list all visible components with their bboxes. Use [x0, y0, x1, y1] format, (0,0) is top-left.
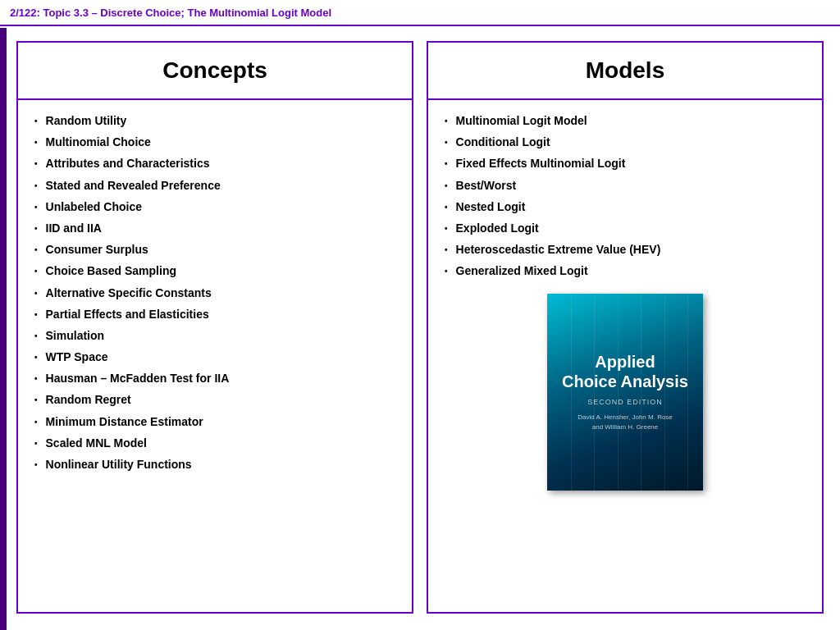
list-item: •Unlabeled Choice: [34, 199, 395, 214]
bullet-icon: •: [34, 395, 38, 405]
list-item-text: Random Regret: [46, 392, 131, 407]
list-item-text: Best/Worst: [456, 178, 517, 193]
list-item-text: Conditional Logit: [456, 135, 550, 149]
list-item-text: Fixed Effects Multinomial Logit: [456, 156, 626, 171]
list-item-text: Attributes and Characteristics: [46, 156, 210, 171]
list-item: •Fixed Effects Multinomial Logit: [445, 156, 806, 171]
list-item: •IID and IIA: [34, 221, 395, 235]
list-item: •Exploded Logit: [445, 221, 806, 235]
bullet-icon: •: [445, 180, 448, 191]
book-authors: David A. Hensher, John M. Rose and Willi…: [578, 413, 673, 432]
list-item-text: Unlabeled Choice: [46, 199, 142, 214]
list-item: •Partial Effects and Elasticities: [34, 307, 395, 322]
bullet-icon: •: [34, 309, 38, 320]
book-title-line1: Applied: [562, 352, 688, 372]
list-item: •Generalized Mixed Logit: [445, 263, 806, 278]
bullet-icon: •: [34, 223, 38, 234]
bullet-icon: •: [34, 266, 38, 276]
concepts-header: Concepts: [18, 43, 412, 100]
bullet-icon: •: [34, 137, 38, 148]
models-panel: Models •Multinomial Logit Model•Conditio…: [427, 41, 824, 614]
list-item: •Stated and Revealed Preference: [34, 178, 395, 193]
list-item-text: IID and IIA: [46, 221, 102, 235]
list-item: •Multinomial Choice: [34, 135, 395, 149]
list-item: •WTP Space: [34, 349, 395, 364]
list-item-text: Multinomial Logit Model: [456, 113, 587, 128]
bullet-icon: •: [445, 116, 448, 126]
list-item-text: Nested Logit: [456, 199, 526, 214]
list-item: •Hausman – McFadden Test for IIA: [34, 371, 395, 386]
list-item: •Simulation: [34, 328, 395, 343]
list-item-text: Stated and Revealed Preference: [46, 178, 221, 193]
concepts-panel: Concepts •Random Utility•Multinomial Cho…: [16, 41, 413, 614]
list-item-text: Simulation: [46, 328, 105, 343]
concepts-title: Concepts: [26, 57, 404, 84]
list-item: •Multinomial Logit Model: [445, 113, 806, 128]
bullet-icon: •: [34, 244, 38, 255]
book-cover: Applied Choice Analysis SECOND EDITION D…: [547, 294, 703, 491]
bullet-icon: •: [34, 438, 38, 449]
bullet-icon: •: [445, 266, 448, 276]
models-header: Models: [428, 43, 822, 100]
page-title: 2/122: Topic 3.3 – Discrete Choice; The …: [10, 7, 331, 19]
bullet-icon: •: [34, 158, 38, 169]
models-title: Models: [436, 57, 814, 84]
models-body: •Multinomial Logit Model•Conditional Log…: [428, 100, 822, 612]
list-item-text: Choice Based Sampling: [46, 263, 176, 278]
list-item-text: Hausman – McFadden Test for IIA: [46, 371, 230, 386]
list-item: •Heteroscedastic Extreme Value (HEV): [445, 242, 806, 257]
models-list: •Multinomial Logit Model•Conditional Log…: [445, 113, 806, 285]
list-item: •Conditional Logit: [445, 135, 806, 149]
list-item-text: Multinomial Choice: [46, 135, 151, 149]
list-item-text: Nonlinear Utility Functions: [46, 457, 192, 472]
list-item: •Choice Based Sampling: [34, 263, 395, 278]
list-item-text: Random Utility: [46, 113, 127, 128]
list-item-text: Generalized Mixed Logit: [456, 263, 588, 278]
list-item: •Consumer Surplus: [34, 242, 395, 257]
list-item-text: Consumer Surplus: [46, 242, 148, 257]
list-item-text: Minimum Distance Estimator: [46, 414, 203, 429]
bullet-icon: •: [34, 180, 38, 191]
list-item: •Minimum Distance Estimator: [34, 414, 395, 429]
bullet-icon: •: [34, 331, 38, 341]
bullet-icon: •: [445, 137, 448, 148]
bullet-icon: •: [34, 459, 38, 470]
bullet-icon: •: [445, 223, 448, 234]
bullet-icon: •: [445, 244, 448, 255]
concepts-body: •Random Utility•Multinomial Choice•Attri…: [18, 100, 412, 612]
bullet-icon: •: [34, 417, 38, 427]
list-item: •Nonlinear Utility Functions: [34, 457, 395, 472]
list-item: •Alternative Specific Constants: [34, 285, 395, 300]
list-item: •Best/Worst: [445, 178, 806, 193]
list-item-text: Exploded Logit: [456, 221, 539, 235]
list-item: •Scaled MNL Model: [34, 436, 395, 450]
bullet-icon: •: [34, 288, 38, 299]
list-item: •Random Regret: [34, 392, 395, 407]
list-item-text: Partial Effects and Elasticities: [46, 307, 209, 322]
list-item: •Attributes and Characteristics: [34, 156, 395, 171]
bullet-icon: •: [34, 202, 38, 212]
list-item-text: Heteroscedastic Extreme Value (HEV): [456, 242, 661, 257]
bullet-icon: •: [445, 158, 448, 169]
bullet-icon: •: [445, 202, 448, 212]
book-image-container: Applied Choice Analysis SECOND EDITION D…: [445, 294, 806, 600]
list-item-text: WTP Space: [46, 349, 108, 364]
list-item: •Nested Logit: [445, 199, 806, 214]
bullet-icon: •: [34, 116, 38, 126]
bullet-icon: •: [34, 352, 38, 363]
bullet-icon: •: [34, 373, 38, 384]
book-edition: SECOND EDITION: [587, 398, 663, 406]
concepts-list: •Random Utility•Multinomial Choice•Attri…: [34, 113, 395, 472]
list-item: •Random Utility: [34, 113, 395, 128]
list-item-text: Scaled MNL Model: [46, 436, 147, 450]
book-title-line2: Choice Analysis: [562, 372, 688, 391]
list-item-text: Alternative Specific Constants: [46, 285, 212, 300]
